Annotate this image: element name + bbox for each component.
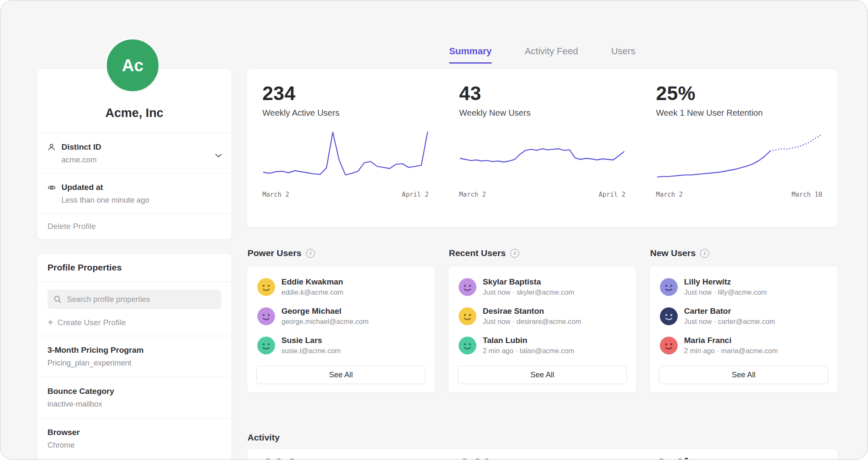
user-row[interactable]: Lilly Herwitz Just now · lilly@acme.com — [659, 272, 828, 301]
user-avatar — [459, 278, 476, 296]
property-name: 3-Month Pricing Program — [47, 346, 221, 355]
user-row[interactable]: Maria Franci 2 min ago · maria@acme.com — [659, 331, 828, 360]
company-name: Acme, Inc — [106, 106, 164, 120]
distinct-id-label: Distinct ID — [61, 142, 101, 152]
power-users-title: Power Users — [248, 248, 301, 258]
stat-value: 25% — [656, 82, 822, 105]
profile-page: Ac Acme, Inc Distinct ID acme.com — [0, 0, 868, 460]
user-avatar — [257, 278, 275, 296]
user-row[interactable]: Talan Lubin 2 min ago · talan@acme.com — [458, 331, 627, 360]
stat-week1-retention: 25% Week 1 New User Retention March 2 Ma… — [641, 82, 837, 217]
property-row[interactable]: 3-Month Pricing Program Pricing_plan_exp… — [37, 336, 231, 377]
user-avatar — [660, 307, 678, 325]
see-all-button[interactable]: See All — [659, 366, 828, 384]
user-avatar — [660, 278, 678, 296]
chevron-down-icon[interactable] — [215, 152, 222, 159]
recent-users-card: Skylar Baptista Just now · skyler@acme.c… — [448, 266, 637, 393]
user-avatar — [459, 307, 476, 325]
activity-title: Activity — [248, 432, 280, 443]
distinct-id-value: acme.com — [61, 156, 101, 164]
axis-label-left: March 2 — [656, 191, 683, 198]
info-icon[interactable]: i — [306, 249, 315, 258]
property-row[interactable]: Bounce Category inactive-mailbox — [37, 377, 231, 418]
axis-label-right: April 2 — [598, 191, 625, 198]
user-subtext: susie.l@acme.com — [281, 347, 341, 355]
chart-axis: March 2 April 2 — [459, 191, 625, 198]
recent-users-title: Recent Users — [449, 248, 506, 258]
user-name: George Michael — [281, 307, 369, 316]
user-subtext: Just now · desirare@acme.com — [483, 318, 581, 326]
weekly-new-users-chart — [459, 128, 625, 187]
property-value: inactive-mailbox — [47, 400, 221, 409]
see-all-button[interactable]: See All — [458, 366, 627, 384]
user-avatar — [257, 337, 275, 354]
activity-stat-value: 3.4k — [656, 454, 822, 460]
create-user-profile-label: Create User Profile — [57, 318, 126, 327]
company-avatar: Ac — [105, 37, 161, 93]
eye-icon — [47, 183, 56, 205]
info-icon[interactable]: i — [700, 249, 709, 258]
user-row[interactable]: Eddie Kwakman eddie.k@acme.com — [256, 272, 426, 301]
updated-at-value: Less than one minute ago — [61, 196, 149, 205]
new-users-title: New Users — [650, 248, 696, 258]
user-name: Lilly Herwitz — [684, 277, 767, 287]
user-name: Carter Bator — [684, 307, 775, 316]
user-row[interactable]: Skylar Baptista Just now · skyler@acme.c… — [458, 272, 627, 301]
updated-at-row: Updated at Less than one minute ago — [37, 173, 231, 213]
profile-properties-search — [47, 290, 221, 309]
distinct-id-row[interactable]: Distinct ID acme.com — [37, 133, 231, 173]
axis-label-right: April 2 — [402, 191, 428, 198]
user-name: Susie Lars — [281, 336, 341, 345]
info-icon[interactable]: i — [510, 249, 519, 258]
user-name: Maria Franci — [684, 336, 778, 345]
stat-value: 43 — [459, 82, 625, 105]
profile-properties-card: Profile Properties + Create User Profile… — [37, 253, 232, 460]
stat-label: Weekly Active Users — [262, 108, 428, 118]
user-subtext: 2 min ago · talan@acme.com — [483, 347, 574, 355]
user-avatar — [660, 337, 678, 354]
user-name: Skylar Baptista — [483, 277, 574, 287]
property-value: Pricing_plan_experiment — [47, 359, 221, 368]
property-row[interactable]: Browser Chrome — [37, 418, 231, 459]
see-all-button[interactable]: See All — [256, 366, 426, 384]
user-lists-section: Power Users i Eddie Kwakman eddie.k@acme… — [247, 248, 838, 393]
user-row[interactable]: Susie Lars susie.l@acme.com — [256, 331, 426, 360]
user-name: Desirae Stanton — [483, 307, 581, 316]
weekly-active-users-chart — [262, 128, 428, 187]
property-value: Chrome — [47, 441, 221, 450]
profile-properties-title: Profile Properties — [37, 254, 231, 282]
user-subtext: eddie.k@acme.com — [281, 288, 343, 296]
tab-activity-feed[interactable]: Activity Feed — [525, 46, 578, 64]
user-name: Talan Lubin — [483, 336, 574, 345]
axis-label-left: March 2 — [459, 191, 486, 198]
axis-label-right: March 10 — [792, 191, 822, 198]
user-subtext: Just now · lilly@acme.com — [684, 288, 767, 296]
user-row[interactable]: George Michael george.michael@acme.com — [256, 301, 426, 331]
new-users-section: New Users i Lilly Herwitz Just now · lil… — [649, 248, 838, 393]
chart-axis: March 2 April 2 — [262, 191, 428, 198]
user-row[interactable]: Desirae Stanton Just now · desirare@acme… — [458, 301, 627, 331]
user-row[interactable]: Carter Bator Just now · carter@acme.com — [659, 301, 828, 331]
activity-stat: 3.4k — [641, 454, 837, 460]
power-users-card: Eddie Kwakman eddie.k@acme.com George Mi… — [247, 266, 435, 393]
summary-stats-card: 234 Weekly Active Users March 2 April 2 … — [247, 69, 838, 228]
delete-profile-button[interactable]: Delete Profile — [37, 213, 231, 239]
plus-icon: + — [47, 318, 53, 327]
tab-users[interactable]: Users — [611, 46, 635, 64]
create-user-profile-button[interactable]: + Create User Profile — [37, 315, 231, 336]
new-users-card: Lilly Herwitz Just now · lilly@acme.com … — [649, 266, 838, 393]
week1-retention-chart — [656, 128, 822, 187]
user-name: Eddie Kwakman — [281, 277, 343, 287]
stat-label: Weekly New Users — [459, 108, 625, 118]
user-subtext: 2 min ago · maria@acme.com — [684, 347, 778, 355]
property-name: Browser — [47, 428, 221, 437]
user-subtext: Just now · carter@acme.com — [684, 318, 775, 326]
search-input[interactable] — [47, 290, 221, 309]
person-icon — [47, 142, 56, 164]
chart-axis: March 2 March 10 — [656, 191, 822, 198]
tab-summary[interactable]: Summary — [449, 46, 492, 64]
user-avatar — [459, 337, 476, 354]
axis-label-left: March 2 — [262, 191, 289, 198]
activity-card: 234 240 3.4k — [247, 449, 838, 460]
updated-at-label: Updated at — [61, 183, 149, 192]
